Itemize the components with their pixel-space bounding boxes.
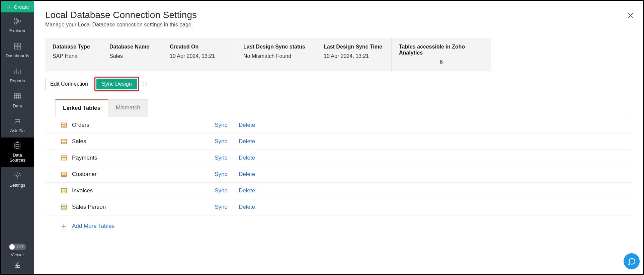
table-icon — [61, 122, 67, 128]
sidebar-item-label: Data — [13, 104, 22, 109]
sync-status-heading: Last Design Sync status — [243, 44, 309, 50]
table-name: Sales Person — [72, 204, 203, 210]
create-label: Create — [14, 4, 29, 10]
table-name: Invoices — [72, 187, 203, 194]
table-row: InvoicesSyncDelete — [45, 183, 632, 199]
sidebar-item-label: Ask Zia — [10, 128, 24, 133]
sidebar-item-label: Reports — [10, 79, 25, 84]
delete-link[interactable]: Delete — [239, 138, 255, 145]
sync-design-highlight: Sync Design — [94, 77, 139, 91]
sidebar-item-explorer[interactable]: Explorer — [1, 12, 34, 37]
explorer-icon — [13, 17, 21, 26]
table-row: SalesSyncDelete — [45, 133, 632, 150]
svg-rect-13 — [62, 172, 67, 176]
data-sources-icon — [13, 142, 21, 151]
sidebar-item-ask-zia[interactable]: Ask Zia — [1, 113, 34, 138]
svg-rect-14 — [62, 188, 67, 193]
tab-linked-tables[interactable]: Linked Tables — [55, 99, 108, 117]
db-type-heading: Database Type — [53, 44, 94, 50]
sidebar-item-label: Dashboards — [6, 54, 29, 59]
toggle-label: OFF — [17, 245, 24, 249]
db-name-heading: Database Name — [109, 44, 155, 50]
page-subtitle: Manage your Local Database connection se… — [45, 22, 632, 28]
delete-link[interactable]: Delete — [239, 122, 255, 128]
viewer-mode: OFF Viewer — [1, 240, 34, 262]
sync-time-value: 10 Apr 2024, 13:21 — [324, 53, 384, 59]
sidebar-item-data[interactable]: Data — [1, 88, 34, 113]
sidebar: ＋ Create Explorer Dashboards Reports Dat… — [1, 1, 34, 274]
table-name: Orders — [72, 122, 203, 128]
sync-time-heading: Last Design Sync Time — [324, 44, 384, 50]
chat-fab[interactable] — [624, 253, 640, 269]
create-button[interactable]: ＋ Create — [1, 1, 34, 12]
sync-link[interactable]: Sync — [207, 155, 227, 161]
svg-rect-3 — [14, 43, 17, 46]
svg-point-8 — [15, 143, 20, 145]
tables-accessible-value: 6 — [399, 59, 484, 65]
table-icon — [61, 187, 67, 194]
sidebar-item-reports[interactable]: Reports — [1, 63, 34, 88]
svg-rect-10 — [62, 123, 67, 127]
page-title: Local Database Connection Settings — [45, 10, 632, 20]
sidebar-item-label: Explorer — [9, 28, 25, 33]
svg-rect-0 — [14, 18, 16, 20]
delete-link[interactable]: Delete — [239, 204, 255, 210]
gear-icon — [13, 172, 21, 181]
sync-link[interactable]: Sync — [207, 122, 227, 128]
sync-link[interactable]: Sync — [207, 204, 227, 210]
edit-connection-button[interactable]: Edit Connection — [45, 78, 93, 90]
delete-link[interactable]: Delete — [239, 155, 255, 161]
db-name-value: Sales — [109, 53, 155, 59]
svg-rect-5 — [14, 47, 17, 49]
refresh-icon[interactable] — [142, 81, 148, 87]
db-type-value: SAP Hana — [53, 53, 94, 59]
sidebar-item-label: Settings — [10, 183, 25, 188]
table-icon — [61, 155, 67, 161]
svg-rect-4 — [18, 43, 20, 46]
sync-link[interactable]: Sync — [207, 171, 227, 178]
svg-rect-6 — [18, 47, 20, 49]
created-on-heading: Created On — [170, 44, 228, 50]
sync-design-button[interactable]: Sync Design — [96, 79, 137, 89]
dashboards-icon — [13, 42, 21, 52]
sidebar-item-dashboards[interactable]: Dashboards — [1, 37, 34, 63]
table-icon — [61, 171, 67, 178]
table-icon — [61, 138, 67, 145]
data-icon — [13, 92, 21, 102]
ask-zia-icon — [13, 117, 21, 127]
svg-point-9 — [16, 175, 18, 177]
sidebar-item-data-sources[interactable]: Data Sources — [1, 138, 34, 167]
sync-link[interactable]: Sync — [207, 138, 227, 145]
table-name: Customer — [72, 171, 203, 178]
sync-link[interactable]: Sync — [207, 187, 227, 194]
svg-rect-1 — [14, 22, 16, 24]
table-row: CustomerSyncDelete — [45, 166, 632, 183]
plus-icon: ＋ — [6, 3, 12, 10]
tab-mismatch[interactable]: Mismatch — [108, 99, 148, 117]
viewer-toggle[interactable]: OFF — [9, 244, 26, 250]
table-name: Payments — [72, 155, 203, 161]
viewer-label: Viewer — [11, 252, 24, 257]
table-row: PaymentsSyncDelete — [45, 150, 632, 166]
created-on-value: 10 Apr 2024, 13:21 — [170, 53, 228, 59]
tables-accessible-heading: Tables accessible in Zoho Analytics — [399, 44, 484, 56]
tabs: Linked Tables Mismatch — [45, 99, 632, 117]
sync-status-value: No Mismatch Found — [243, 53, 309, 59]
add-more-tables-link[interactable]: Add More Tables — [72, 223, 114, 230]
delete-link[interactable]: Delete — [239, 187, 255, 194]
table-row: Sales PersonSyncDelete — [45, 199, 632, 215]
table-name: Sales — [72, 138, 203, 145]
table-icon — [61, 204, 67, 210]
sidebar-item-label: Data Sources — [9, 153, 25, 163]
main-panel: Local Database Connection Settings Manag… — [34, 1, 643, 274]
delete-link[interactable]: Delete — [239, 171, 255, 178]
collapse-sidebar-button[interactable] — [1, 262, 34, 274]
svg-rect-15 — [62, 205, 67, 209]
table-row: OrdersSyncDelete — [45, 117, 632, 133]
sidebar-item-settings[interactable]: Settings — [1, 167, 34, 192]
svg-rect-12 — [62, 156, 67, 160]
svg-rect-7 — [14, 94, 20, 99]
close-button[interactable] — [626, 11, 635, 21]
svg-rect-11 — [62, 139, 67, 144]
plus-icon — [61, 223, 67, 230]
